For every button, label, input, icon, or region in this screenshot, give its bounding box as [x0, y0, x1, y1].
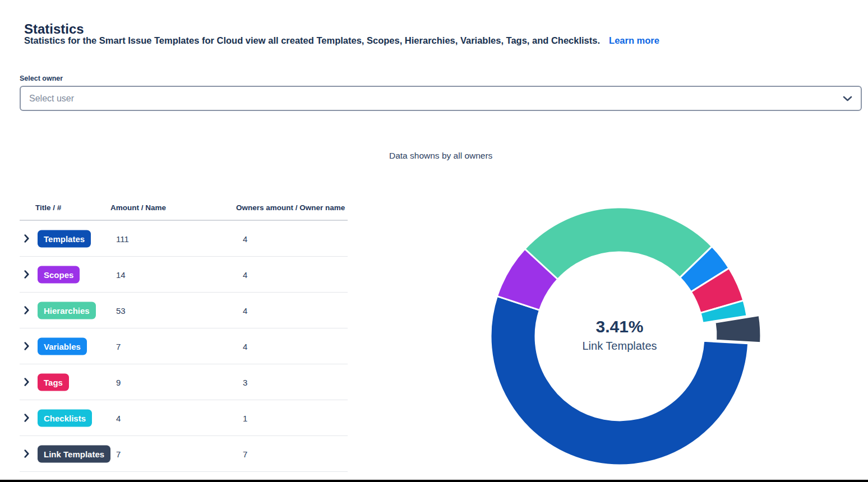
chart-caption: Data showns by all owners [389, 151, 492, 161]
category-badge: Tags [38, 373, 69, 391]
amount-cell: 111 [116, 234, 129, 243]
expand-chevron-icon[interactable] [24, 342, 31, 351]
table-row: Link Templates 7 7 [20, 436, 348, 472]
statistics-page: Statistics Statistics for the Smart Issu… [0, 0, 868, 482]
category-badge: Scopes [38, 266, 80, 283]
donut-segment-hierarchies[interactable] [525, 207, 712, 279]
amount-cell: 53 [116, 305, 126, 315]
select-owner-label: Select owner [20, 75, 63, 82]
column-amount-name: Amount / Name [110, 203, 166, 212]
owners-cell: 1 [243, 413, 247, 423]
owner-select-placeholder: Select user [29, 94, 74, 104]
category-badge: Checklists [38, 409, 92, 427]
table-row: Scopes 14 4 [20, 257, 348, 293]
bottom-frame-line [0, 480, 868, 482]
expand-chevron-icon[interactable] [24, 234, 31, 243]
owners-cell: 3 [243, 377, 247, 387]
column-title-number: Title / # [35, 203, 61, 212]
category-badge: Hierarchies [38, 302, 96, 319]
table-header: Title / # Amount / Name Owners amount / … [20, 197, 348, 221]
owners-cell: 4 [243, 341, 247, 351]
learn-more-link[interactable]: Learn more [609, 35, 659, 46]
expand-chevron-icon[interactable] [24, 270, 31, 279]
page-description-row: Statistics for the Smart Issue Templates… [24, 35, 659, 46]
amount-cell: 7 [116, 449, 121, 458]
owners-cell: 4 [243, 270, 247, 279]
amount-cell: 14 [116, 270, 126, 279]
table-row: Templates 111 4 [20, 221, 348, 257]
table-row: Hierarchies 53 4 [20, 293, 348, 328]
expand-chevron-icon[interactable] [24, 306, 31, 315]
expand-chevron-icon[interactable] [24, 449, 31, 458]
donut-chart [364, 185, 768, 479]
amount-cell: 7 [116, 341, 121, 351]
owners-cell: 4 [243, 234, 247, 243]
page-title: Statistics [24, 21, 84, 37]
statistics-table: Title / # Amount / Name Owners amount / … [20, 197, 348, 472]
table-row: Variables 7 4 [20, 328, 348, 364]
category-badge: Templates [38, 230, 91, 247]
owner-select[interactable]: Select user [20, 86, 862, 111]
amount-cell: 9 [116, 377, 121, 387]
column-owners: Owners amount / Owner name [236, 203, 345, 212]
amount-cell: 4 [116, 413, 121, 423]
category-badge: Variables [38, 337, 87, 355]
expand-chevron-icon[interactable] [24, 414, 31, 423]
chevron-down-icon [843, 96, 852, 101]
category-badge: Link Templates [38, 445, 110, 462]
owners-cell: 4 [243, 305, 247, 315]
page-description: Statistics for the Smart Issue Templates… [24, 35, 600, 46]
owners-cell: 7 [243, 449, 247, 458]
expand-chevron-icon[interactable] [24, 378, 31, 387]
table-row: Tags 9 3 [20, 364, 348, 400]
table-row: Checklists 4 1 [20, 400, 348, 436]
